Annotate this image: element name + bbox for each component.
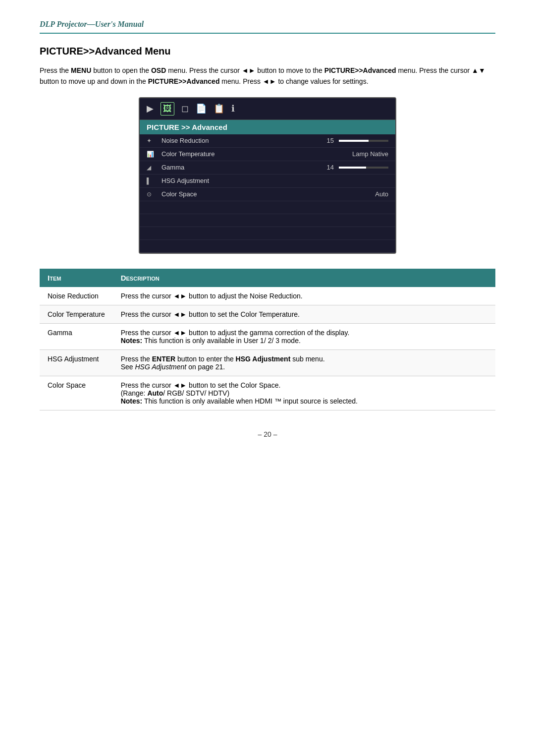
osd-empty-2 (140, 214, 395, 227)
desc-gamma: Press the cursor ◄► button to adjust the… (113, 323, 495, 349)
osd-noise-value: 15 (319, 137, 334, 144)
header-title: DLP Projector—User's Manual (40, 20, 495, 29)
osd-item-color-temp: 📊 Color Temperature Lamp Native (140, 148, 395, 161)
osd-gamma-icon: ◢ (147, 164, 158, 172)
osd-gamma-value: 14 (319, 164, 334, 171)
osd-colortemp-label: Color Temperature (161, 150, 352, 158)
osd-gamma-bar-fill (339, 167, 366, 169)
desc-hsg: Press the ENTER button to enter the HSG … (113, 349, 495, 376)
osd-item-colorspace: ⊙ Color Space Auto (140, 188, 395, 201)
osd-icon-info: ℹ (231, 103, 235, 114)
intro-paragraph: Press the MENU button to open the OSD me… (40, 65, 495, 87)
table-row-hsg: HSG Adjustment Press the ENTER button to… (40, 349, 495, 376)
osd-screen: ▶ 🖼 ◻ 📄 📋 ℹ PICTURE >> Advanced ✦ Noise … (139, 97, 396, 254)
section-title: PICTURE>>Advanced Menu (40, 46, 495, 57)
desc-color-temp: Press the cursor ◄► button to set the Co… (113, 305, 495, 323)
table-row-gamma: Gamma Press the cursor ◄► button to adju… (40, 323, 495, 349)
item-noise-reduction: Noise Reduction (40, 287, 113, 305)
osd-icon-doc: 📄 (196, 103, 207, 114)
col-header-item: Item (40, 269, 113, 287)
osd-icon-square: ◻ (181, 103, 189, 114)
osd-item-gamma: ◢ Gamma 14 (140, 161, 395, 174)
osd-gamma-bar (339, 167, 388, 169)
item-hsg: HSG Adjustment (40, 349, 113, 376)
osd-noise-icon: ✦ (147, 137, 158, 145)
osd-item-hsg: ▌ HSG Adjustment (140, 174, 395, 188)
item-gamma: Gamma (40, 323, 113, 349)
osd-colorspace-value: Auto (375, 190, 388, 198)
osd-menu-title: PICTURE >> Advanced (140, 120, 395, 134)
osd-noise-label: Noise Reduction (161, 137, 319, 144)
page-footer: – 20 – (40, 430, 495, 438)
osd-gamma-label: Gamma (161, 164, 319, 171)
osd-icon-play: ▶ (147, 103, 154, 114)
col-header-desc: Description (113, 269, 495, 287)
header-line (40, 33, 495, 34)
item-colorspace: Color Space (40, 376, 113, 410)
item-color-temp: Color Temperature (40, 305, 113, 323)
osd-noise-bar-fill (339, 140, 369, 142)
osd-topbar: ▶ 🖼 ◻ 📄 📋 ℹ (140, 98, 395, 120)
osd-colortemp-value: Lamp Native (352, 150, 388, 158)
osd-icon-clipboard: 📋 (214, 103, 224, 114)
osd-colorspace-icon: ⊙ (147, 190, 158, 198)
osd-hsg-label: HSG Adjustment (161, 177, 388, 184)
osd-empty-3 (140, 227, 395, 240)
osd-item-noise-reduction: ✦ Noise Reduction 15 (140, 134, 395, 148)
osd-noise-bar (339, 140, 388, 142)
osd-empty-1 (140, 201, 395, 214)
osd-colortemp-icon: 📊 (147, 150, 158, 158)
osd-icon-picture: 🖼 (160, 102, 174, 116)
table-row-color-temp: Color Temperature Press the cursor ◄► bu… (40, 305, 495, 323)
table-row-noise-reduction: Noise Reduction Press the cursor ◄► butt… (40, 287, 495, 305)
description-table: Item Description Noise Reduction Press t… (40, 269, 495, 410)
desc-noise-reduction: Press the cursor ◄► button to adjust the… (113, 287, 495, 305)
osd-hsg-icon: ▌ (147, 177, 158, 185)
osd-colorspace-label: Color Space (161, 190, 375, 198)
osd-empty-4 (140, 240, 395, 253)
table-row-colorspace: Color Space Press the cursor ◄► button t… (40, 376, 495, 410)
desc-colorspace: Press the cursor ◄► button to set the Co… (113, 376, 495, 410)
